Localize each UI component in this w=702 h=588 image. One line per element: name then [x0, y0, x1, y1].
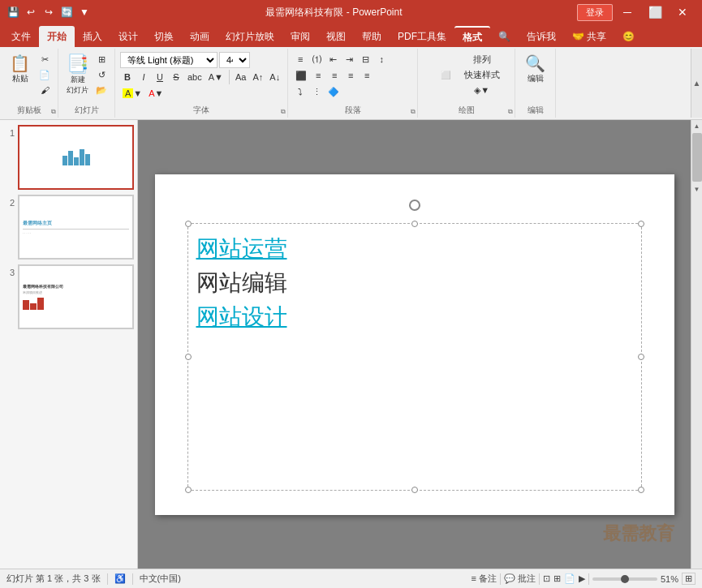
format-paint-button[interactable]: 🖌 [37, 83, 53, 97]
font-aa[interactable]: Aa [233, 70, 248, 84]
italic-button[interactable]: I [136, 70, 151, 84]
layout-button[interactable]: ⊞ [93, 52, 110, 67]
reset-button[interactable]: ↺ [93, 67, 110, 82]
handle-ml[interactable] [185, 354, 192, 360]
scroll-up-button[interactable]: ▲ [691, 120, 703, 131]
tab-animations[interactable]: 动画 [182, 26, 217, 47]
underline-button[interactable]: U [153, 70, 167, 84]
tab-slideshow[interactable]: 幻灯片放映 [217, 26, 282, 47]
ribbon-collapse[interactable]: ▲ [691, 49, 702, 118]
view-reading[interactable]: 📄 [564, 573, 575, 584]
sep4 [539, 573, 540, 585]
copy-button[interactable]: 📄 [37, 67, 53, 82]
handle-tr[interactable] [638, 221, 644, 227]
align-distributed[interactable]: ≡ [360, 68, 374, 83]
tab-insert[interactable]: 插入 [75, 26, 110, 47]
text-direction[interactable]: ⤵ [293, 84, 308, 99]
align-justify[interactable]: ≡ [343, 68, 358, 83]
font-color-picker[interactable]: A▼ [206, 70, 226, 84]
align-right[interactable]: ≡ [327, 68, 342, 83]
edit-button[interactable]: 🔍 编辑 [522, 52, 549, 86]
handle-bc[interactable] [411, 487, 418, 493]
drawing-expand[interactable]: ⧉ [508, 108, 513, 116]
col-layout[interactable]: ⊟ [358, 52, 373, 67]
shape-button[interactable]: ⬜ [431, 60, 460, 89]
quick-style-button[interactable]: 快速样式 [462, 67, 502, 82]
align-left[interactable]: ⬛ [293, 68, 309, 83]
notes-label[interactable]: ≡ 备注 [471, 573, 496, 585]
slide-thumb-2[interactable]: 最需网络主页 · · · · · [18, 195, 134, 260]
font-a-up[interactable]: A↑ [250, 70, 265, 84]
accessibility-icon[interactable]: ♿ [114, 573, 126, 584]
line-spacing[interactable]: ↕ [374, 52, 389, 67]
close-button[interactable]: ✕ [670, 0, 696, 24]
view-slide-sorter[interactable]: ⊞ [553, 573, 561, 584]
slide-canvas[interactable]: 网站运营 网站编辑 网站设计 [155, 174, 674, 515]
indent-decrease[interactable]: ⇤ [325, 52, 340, 67]
tab-pdftools[interactable]: PDF工具集 [390, 26, 454, 47]
zoom-fit-button[interactable]: ⊞ [682, 573, 696, 585]
tab-review[interactable]: 审阅 [282, 26, 318, 47]
new-slide-button[interactable]: 📑 新建幻灯片 [63, 52, 92, 97]
indent-increase[interactable]: ⇥ [342, 52, 356, 67]
minimize-button[interactable]: ─ [614, 0, 640, 24]
bullets-button[interactable]: ≡ [293, 52, 308, 67]
bold-button[interactable]: B [120, 70, 135, 84]
font-color[interactable]: A▼ [146, 86, 166, 101]
handle-tc[interactable] [411, 221, 418, 227]
zoom-slider[interactable] [592, 577, 657, 581]
font-name-selector[interactable]: 等线 Light (标题) [120, 52, 217, 68]
font-size-selector[interactable]: 44 [219, 52, 250, 68]
scrollbar-vertical[interactable]: ▲ ▼ [691, 120, 702, 569]
tab-share[interactable]: 🤝 共享 [564, 26, 614, 47]
cut-button[interactable]: ✂ [37, 52, 53, 67]
tab-tellme[interactable]: 告诉我 [519, 26, 564, 47]
numbering-button[interactable]: ⑴ [309, 52, 324, 67]
tab-design[interactable]: 设计 [110, 26, 146, 47]
handle-br[interactable] [638, 487, 644, 493]
redo-icon[interactable]: ↪ [42, 6, 55, 19]
text-shadow-button[interactable]: abc [185, 70, 205, 84]
arrange-button[interactable]: 排列 [462, 52, 502, 67]
view-normal[interactable]: ⊡ [543, 573, 550, 584]
scroll-down-button[interactable]: ▼ [691, 183, 703, 195]
save-icon[interactable]: 💾 [6, 6, 19, 19]
quick-access-dropdown[interactable]: ▼ [78, 6, 91, 19]
comments-label[interactable]: 💬 批注 [504, 573, 536, 585]
undo-icon[interactable]: ↩ [24, 6, 37, 19]
rotate-handle[interactable] [409, 200, 420, 211]
view-presentation[interactable]: ▶ [579, 573, 585, 584]
zoom-thumb[interactable] [621, 575, 629, 583]
strikethrough-button[interactable]: S [169, 70, 183, 84]
handle-bl[interactable] [185, 487, 192, 493]
text-box[interactable]: 网站运营 网站编辑 网站设计 [187, 223, 642, 491]
zoom-level[interactable]: 51% [661, 574, 678, 584]
highlight-color[interactable]: A▼ [120, 86, 144, 101]
refresh-icon[interactable]: 🔄 [60, 6, 73, 19]
handle-tl[interactable] [185, 221, 192, 227]
paragraph-expand[interactable]: ⧉ [411, 108, 416, 116]
paste-button[interactable]: 📋 粘贴 [5, 52, 35, 86]
text-align[interactable]: ⋮ [309, 84, 324, 99]
align-center[interactable]: ≡ [311, 68, 325, 83]
font-expand[interactable]: ⧉ [281, 108, 286, 116]
tab-smiley[interactable]: 😊 [614, 26, 643, 47]
tab-format[interactable]: 格式 [454, 26, 490, 47]
section-button[interactable]: 📂 [93, 83, 110, 97]
scroll-thumb[interactable] [692, 133, 702, 182]
slide-thumb-1[interactable] [18, 125, 134, 190]
tab-help[interactable]: 帮助 [354, 26, 390, 47]
handle-mr[interactable] [638, 354, 644, 360]
login-button[interactable]: 登录 [577, 4, 613, 21]
tab-home[interactable]: 开始 [39, 26, 75, 47]
restore-button[interactable]: ⬜ [642, 0, 668, 24]
tab-file[interactable]: 文件 [3, 26, 39, 47]
shape-fill[interactable]: ◈▼ [462, 83, 502, 97]
clipboard-expand[interactable]: ⧉ [51, 108, 56, 116]
tab-view[interactable]: 视图 [318, 26, 354, 47]
smartart[interactable]: 🔷 [325, 84, 342, 99]
tab-search[interactable]: 🔍 [490, 26, 519, 47]
font-a-down[interactable]: A↓ [267, 70, 282, 84]
slide-thumb-3[interactable]: 最需网络科技有限公司 米清项目推进 [18, 264, 134, 329]
tab-transitions[interactable]: 切换 [146, 26, 182, 47]
